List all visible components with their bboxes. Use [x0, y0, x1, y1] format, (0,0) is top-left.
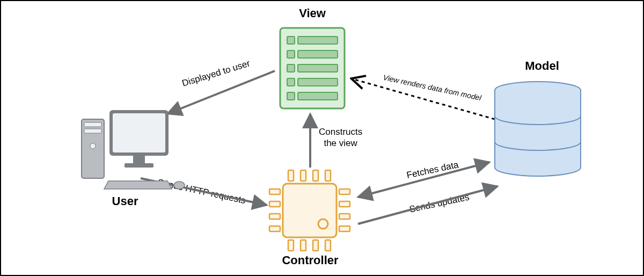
svg-rect-10 — [298, 92, 338, 100]
svg-rect-17 — [325, 170, 331, 181]
svg-rect-2 — [298, 37, 338, 44]
svg-rect-24 — [269, 214, 280, 219]
svg-rect-4 — [298, 50, 338, 58]
svg-rect-37 — [125, 163, 153, 168]
svg-rect-26 — [339, 189, 350, 194]
svg-rect-16 — [313, 170, 318, 181]
svg-point-13 — [318, 219, 328, 229]
svg-rect-21 — [325, 240, 331, 251]
view-icon — [280, 28, 345, 108]
svg-rect-5 — [287, 64, 295, 72]
svg-rect-32 — [84, 129, 101, 133]
svg-rect-14 — [288, 170, 294, 181]
controller-icon — [269, 170, 350, 251]
svg-rect-23 — [269, 201, 280, 207]
svg-rect-35 — [113, 113, 165, 152]
svg-rect-8 — [298, 78, 338, 86]
svg-rect-27 — [339, 201, 350, 207]
svg-rect-15 — [301, 170, 306, 181]
svg-rect-36 — [133, 156, 145, 163]
svg-rect-9 — [287, 92, 295, 100]
arrow-view-to-user — [167, 71, 275, 114]
diagram-frame: View Model User Controller Displayed to … — [0, 0, 644, 276]
svg-rect-20 — [313, 240, 318, 251]
svg-rect-1 — [287, 37, 295, 44]
svg-rect-31 — [84, 122, 101, 127]
svg-rect-22 — [269, 189, 280, 194]
svg-rect-29 — [339, 226, 350, 231]
arrow-model-to-view — [353, 79, 495, 119]
svg-rect-12 — [283, 184, 336, 237]
svg-point-38 — [174, 181, 185, 189]
svg-rect-25 — [269, 226, 280, 231]
svg-rect-19 — [301, 240, 306, 251]
svg-rect-3 — [287, 50, 295, 58]
svg-rect-6 — [298, 64, 338, 72]
svg-rect-18 — [288, 240, 294, 251]
svg-rect-28 — [339, 214, 350, 219]
arrow-fetches — [358, 162, 489, 197]
model-icon — [495, 82, 581, 176]
svg-point-33 — [90, 143, 96, 149]
user-icon — [82, 110, 185, 189]
svg-rect-7 — [287, 78, 295, 86]
diagram-svg — [1, 1, 643, 275]
